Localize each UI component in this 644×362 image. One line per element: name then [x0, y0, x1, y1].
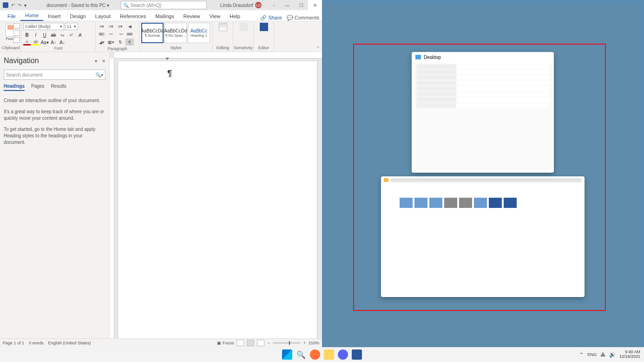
document-title[interactable]: document - Saved to this PC ▾ [46, 3, 109, 8]
file-explorer-icon[interactable] [324, 349, 334, 360]
qat-dropdown-icon[interactable]: ▾ [24, 3, 26, 8]
tab-mailings[interactable]: Mailings [151, 12, 178, 21]
style-normal[interactable]: AaBbCcDd¶ Normal [141, 23, 164, 43]
sort-button[interactable]: ⇅ [116, 39, 125, 45]
grow-font-icon[interactable]: A↑ [50, 39, 57, 46]
main-area: Navigation ▾ ✕ Search document 🔍▾ Headin… [0, 52, 322, 338]
shading-button[interactable]: ◢▾ [98, 39, 106, 45]
align-left-button[interactable] [98, 31, 106, 38]
superscript-button[interactable]: x² [67, 31, 75, 39]
tab-file[interactable]: File [3, 12, 20, 21]
tray-chevron-icon[interactable]: ⌃ [579, 352, 584, 358]
group-editor: Editor [254, 21, 274, 52]
tab-references[interactable]: References [115, 12, 151, 21]
underline-button[interactable]: U [41, 31, 48, 39]
redo-icon[interactable]: ↷ [18, 3, 21, 8]
zoom-out-button[interactable]: − [267, 341, 269, 345]
language-indicator[interactable]: ENG [587, 352, 597, 357]
minimize-button[interactable]: — [280, 0, 294, 10]
format-painter-icon[interactable] [13, 37, 20, 43]
nav-search-input[interactable]: Search document 🔍▾ [4, 70, 105, 80]
status-words[interactable]: 0 words [29, 341, 44, 345]
bold-button[interactable]: B [23, 31, 31, 39]
change-case-button[interactable]: Aa▾ [41, 39, 48, 46]
decrease-indent-button[interactable]: ◀ [125, 23, 134, 30]
collapse-ribbon-icon[interactable]: ⌃ [316, 46, 320, 51]
horizontal-ruler[interactable] [114, 52, 322, 58]
discord-icon[interactable] [338, 349, 348, 360]
borders-button[interactable]: ▦▾ [107, 39, 115, 45]
justify-button[interactable] [125, 31, 134, 38]
align-center-button[interactable] [107, 31, 115, 38]
editor-icon[interactable] [260, 23, 268, 31]
show-marks-button[interactable]: ¶ [125, 39, 134, 45]
document-page[interactable]: ¶ [118, 61, 317, 338]
tab-review[interactable]: Review [179, 12, 205, 21]
tab-view[interactable]: View [205, 12, 225, 21]
nav-dropdown-icon[interactable]: ▾ [95, 58, 97, 64]
style-nospacing[interactable]: AaBbCcDd¶ No Spac... [164, 23, 187, 43]
numbering-button[interactable]: ≡▾ [107, 23, 115, 30]
zoom-level[interactable]: 210% [309, 341, 319, 345]
italic-button[interactable]: I [32, 31, 39, 39]
tab-design[interactable]: Design [66, 12, 91, 21]
avatar: LD [255, 2, 262, 8]
tab-layout[interactable]: Layout [91, 12, 115, 21]
zoom-slider[interactable] [273, 343, 301, 343]
tab-home[interactable]: Home [20, 11, 43, 21]
snap-thumbnail-explorer[interactable] [381, 176, 585, 297]
clock[interactable]: 9:40 AM 12/16/2021 [619, 350, 640, 359]
style-heading1[interactable]: AaBbCcHeading 1 [188, 23, 210, 43]
snap-thumbnail-desktop[interactable]: Desktop [412, 52, 554, 173]
group-styles: AaBbCcDd¶ Normal AaBbCcDd¶ No Spac... Aa… [139, 21, 213, 52]
status-page[interactable]: Page 1 of 1 [3, 341, 24, 345]
subscript-button[interactable]: x₂ [59, 31, 66, 39]
print-layout-button[interactable] [247, 340, 254, 346]
taskbar-search-icon[interactable]: 🔍 [296, 349, 306, 360]
bullets-button[interactable]: ≡▾ [98, 23, 106, 30]
account-button[interactable]: Linda Drausdorf LD [220, 2, 262, 8]
status-language[interactable]: English (United States) [48, 341, 91, 345]
word-icon[interactable] [352, 349, 362, 360]
search-box[interactable]: 🔍 Search (Alt+Q) [121, 1, 207, 9]
zoom-in-button[interactable]: + [303, 341, 306, 345]
start-button[interactable] [282, 349, 292, 360]
copy-icon[interactable] [13, 30, 20, 36]
nav-title: Navigation [4, 57, 39, 65]
shrink-font-icon[interactable]: A↓ [59, 39, 66, 46]
ribbon-display-icon[interactable]: ▫ [273, 3, 275, 8]
vertical-ruler[interactable] [110, 58, 114, 338]
nav-tab-headings[interactable]: Headings [4, 84, 25, 91]
taskbar: 🔍 ⌃ ENG 🖧 🔊 9:40 AM 12/16/2021 [0, 347, 644, 362]
group-font: Calibri (Body)▾ 11▾ B I U ab x₂ x² A̸ A … [21, 21, 96, 52]
strike-button[interactable]: ab [50, 31, 57, 39]
nav-tab-results[interactable]: Results [51, 84, 66, 91]
firefox-icon[interactable] [310, 349, 320, 360]
cut-icon[interactable] [13, 23, 20, 29]
nav-tab-pages[interactable]: Pages [31, 84, 44, 91]
clear-format-icon[interactable]: A̸ [76, 31, 84, 39]
font-size-select[interactable]: 11▾ [65, 23, 78, 30]
document-area: ¶ [110, 52, 322, 338]
save-icon[interactable] [3, 2, 8, 8]
align-right-button[interactable] [116, 31, 125, 38]
comments-button[interactable]: 💬 Comments [287, 15, 319, 21]
web-layout-button[interactable] [257, 340, 264, 346]
font-name-select[interactable]: Calibri (Body)▾ [23, 23, 64, 30]
undo-icon[interactable]: ↶ [11, 3, 15, 8]
close-button[interactable]: ✕ [308, 0, 322, 10]
nav-close-icon[interactable]: ✕ [102, 58, 105, 64]
volume-icon[interactable]: 🔊 [609, 352, 616, 358]
focus-button[interactable]: ▣ Focus [217, 341, 234, 345]
highlight-button[interactable]: ab [32, 39, 39, 45]
nav-search-icon: 🔍▾ [95, 72, 103, 78]
network-icon[interactable]: 🖧 [600, 352, 605, 357]
font-color-button[interactable]: A [23, 39, 31, 45]
find-icon[interactable] [219, 23, 227, 31]
multilevel-button[interactable]: ≡▾ [116, 23, 125, 30]
share-button[interactable]: 🔗 Share [260, 15, 282, 21]
tab-insert[interactable]: Insert [43, 12, 66, 21]
tab-help[interactable]: Help [225, 12, 245, 21]
maximize-button[interactable]: ☐ [294, 0, 308, 10]
read-mode-button[interactable] [237, 340, 244, 346]
